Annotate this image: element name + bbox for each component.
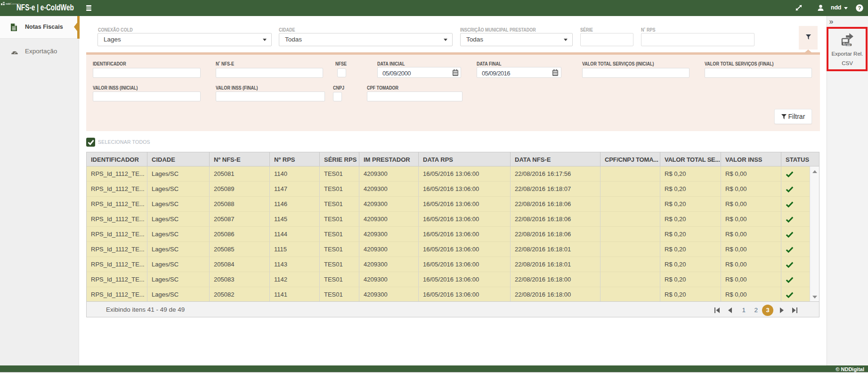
svg-text:?: ? <box>858 5 861 11</box>
